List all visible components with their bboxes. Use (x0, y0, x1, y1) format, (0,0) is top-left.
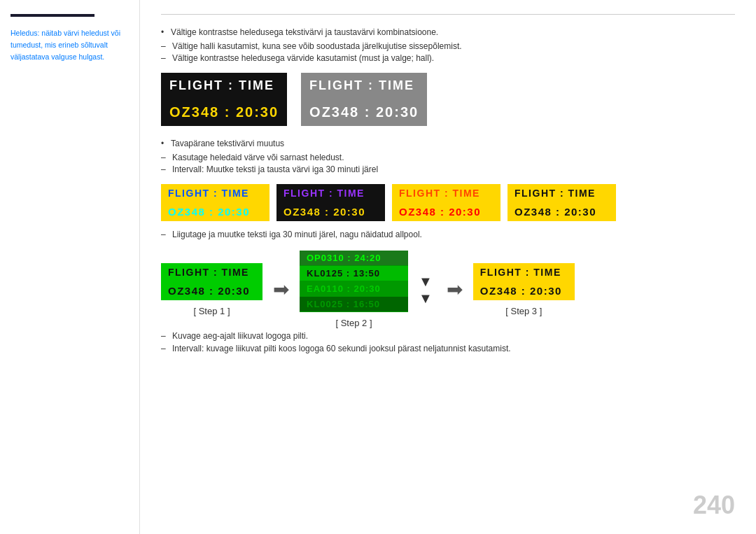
mid-dash-1: Intervall: Muutke teksti ja tausta värvi… (161, 164, 735, 174)
variant-3-header: FLIGHT : TIME (507, 184, 616, 202)
step-1-body: OZ348 : 20:30 (161, 281, 262, 300)
top-divider (161, 14, 735, 15)
flight-box-1: FLIGHT : TIME OZ348 : 20:30 (161, 73, 287, 126)
step-1-label: [ Step 1 ] (193, 306, 230, 316)
arrows-down: ▼ ▼ (419, 273, 433, 307)
dash-item-0: Vältige halli kasutamist, kuna see võib … (161, 41, 735, 51)
bottom-note-1: Intervall: kuvage liikuvat pilti koos lo… (161, 344, 735, 353)
mid-bullet-0: Tavapärane tekstivärvi muutus (161, 139, 735, 148)
step-3-display: FLIGHT : TIME OZ348 : 20:30 (473, 263, 575, 300)
step-2-label: [ Step 2 ] (335, 318, 372, 328)
step-1-header: FLIGHT : TIME (161, 263, 262, 281)
mid-dash-0: Kasutage heledaid värve või sarnast hele… (161, 153, 735, 162)
variant-2-header: FLIGHT : TIME (392, 184, 500, 202)
flight-box-1-body: OZ348 : 20:30 (161, 99, 287, 126)
step-2-row-1: KL0125 : 13:50 (300, 266, 408, 281)
sidebar-note: Heledus: näitab värvi heledust või tumed… (10, 27, 129, 62)
top-bullet-list: Vältige kontrastse heledusega tekstivärv… (161, 27, 735, 37)
dash-item-1: Vältige kontrastse heledusega värvide ka… (161, 53, 735, 63)
variant-1-header: FLIGHT : TIME (276, 184, 385, 202)
variant-0-body: OZ348 : 20:30 (161, 202, 270, 221)
flight-box-2-body: OZ348 : 20:30 (301, 99, 427, 126)
variant-2-body: OZ348 : 20:30 (392, 202, 500, 221)
step-2-row-3: KL0025 : 16:50 (300, 297, 408, 312)
variant-0-header: FLIGHT : TIME (161, 184, 270, 202)
bottom-note-0: Kuvage aeg-ajalt liikuvat logoga pilti. (161, 331, 735, 341)
flight-box-2: FLIGHT : TIME OZ348 : 20:30 (301, 73, 427, 126)
flight-box-1-header: FLIGHT : TIME (161, 73, 287, 99)
step-3-body: OZ348 : 20:30 (473, 281, 575, 300)
step-2-unit: OP0310 : 24:20 KL0125 : 13:50 EA0110 : 2… (300, 251, 408, 328)
mid-dash-list: Kasutage heledaid värve või sarnast hele… (161, 153, 735, 174)
bullet-item-0: Vältige kontrastse heledusega tekstivärv… (161, 27, 735, 37)
arrows-down-group: ▼ ▼ (415, 273, 436, 307)
top-dash-list: Vältige halli kasutamist, kuna see võib … (161, 41, 735, 63)
move-note: Liigutage ja muutke teksti iga 30 minuti… (161, 230, 735, 239)
flight-box-2-header: FLIGHT : TIME (301, 73, 427, 99)
variant-box-2: FLIGHT : TIME OZ348 : 20:30 (392, 184, 500, 221)
bottom-notes: Kuvage aeg-ajalt liikuvat logoga pilti. … (161, 331, 735, 353)
page-container: Heledus: näitab värvi heledust või tumed… (0, 0, 756, 534)
step-2-row-2: EA0110 : 20:30 (300, 281, 408, 297)
arrow-down-1: ▼ (419, 273, 433, 290)
step-3-header: FLIGHT : TIME (473, 263, 575, 281)
variants-section: FLIGHT : TIME OZ348 : 20:30 FLIGHT : TIM… (161, 184, 735, 221)
variant-1-body: OZ348 : 20:30 (276, 202, 385, 221)
variant-box-3: FLIGHT : TIME OZ348 : 20:30 (507, 184, 616, 221)
page-number: 240 (693, 491, 735, 520)
flight-displays-row: FLIGHT : TIME OZ348 : 20:30 FLIGHT : TIM… (161, 73, 735, 126)
variants-row: FLIGHT : TIME OZ348 : 20:30 FLIGHT : TIM… (161, 184, 735, 221)
arrow-right-2: ➡ (447, 278, 463, 301)
sidebar: Heledus: näitab värvi heledust või tumed… (0, 0, 140, 534)
steps-row: FLIGHT : TIME OZ348 : 20:30 [ Step 1 ] ➡… (161, 251, 735, 328)
step-3-label: [ Step 3 ] (505, 306, 542, 316)
variant-3-body: OZ348 : 20:30 (507, 202, 616, 221)
arrow-right-1: ➡ (273, 278, 289, 301)
step-2-row-0: OP0310 : 24:20 (300, 251, 408, 266)
mid-bullet-list: Tavapärane tekstivärvi muutus (161, 139, 735, 148)
arrow-down-2: ▼ (419, 290, 433, 307)
step-1-display: FLIGHT : TIME OZ348 : 20:30 (161, 263, 262, 300)
variant-box-1: FLIGHT : TIME OZ348 : 20:30 (276, 184, 385, 221)
sidebar-bar (10, 14, 94, 17)
step-2-display: OP0310 : 24:20 KL0125 : 13:50 EA0110 : 2… (300, 251, 408, 312)
variant-box-0: FLIGHT : TIME OZ348 : 20:30 (161, 184, 270, 221)
step-3-unit: FLIGHT : TIME OZ348 : 20:30 [ Step 3 ] (473, 263, 575, 316)
main-content: Vältige kontrastse heledusega tekstivärv… (140, 0, 756, 534)
step-1-unit: FLIGHT : TIME OZ348 : 20:30 [ Step 1 ] (161, 263, 262, 316)
